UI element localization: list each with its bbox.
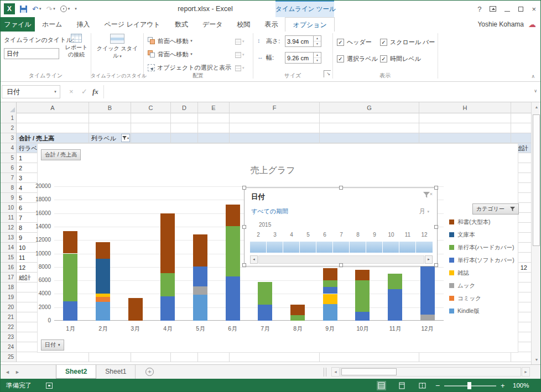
row-header[interactable]: 23	[1, 332, 17, 342]
show-checkbox[interactable]: ✓時間レベル	[380, 55, 421, 63]
selection-handle[interactable]	[434, 225, 438, 229]
legend-item[interactable]: 文庫本	[449, 228, 518, 241]
row-header[interactable]: 9	[1, 193, 17, 203]
insert-function-button[interactable]: fx	[92, 87, 98, 96]
contextual-tab-group-header[interactable]: タイムライン ツール	[275, 1, 334, 17]
chart-axis-field-button[interactable]: 日付 ▾	[41, 339, 64, 351]
sheet-nav-right-icon[interactable]: ►	[15, 365, 20, 379]
bar-segment[interactable]	[226, 226, 240, 276]
row-header[interactable]: 14	[1, 243, 17, 253]
customize-qat-button[interactable]: ▾	[75, 3, 77, 14]
report-connections-button[interactable]: レポートの接続	[63, 34, 90, 58]
pivot-row-label-cell[interactable]: 6	[19, 203, 22, 212]
bar-segment[interactable]	[323, 304, 337, 321]
pivot-row-label-cell[interactable]: 3	[19, 174, 22, 182]
tab-file[interactable]: ファイル	[1, 17, 35, 32]
bar-segment[interactable]	[258, 282, 272, 305]
timeline-selected-cell[interactable]	[416, 242, 433, 253]
legend-item[interactable]: ムック	[449, 279, 518, 292]
scroll-down-icon[interactable]: ▼	[532, 355, 541, 364]
width-input[interactable]	[285, 53, 313, 63]
macro-record-icon[interactable]	[46, 383, 53, 389]
zoom-slider-thumb[interactable]	[467, 382, 471, 389]
zoom-level-label[interactable]: 100%	[513, 379, 529, 392]
bar-segment[interactable]	[160, 296, 175, 321]
bring-forward-button[interactable]: 前面へ移動 ▾	[148, 35, 193, 47]
row-header[interactable]: 21	[1, 312, 17, 322]
bar-segment[interactable]	[193, 234, 207, 266]
row-header[interactable]: 20	[1, 302, 17, 312]
legend-item[interactable]: Kindle版	[449, 305, 518, 317]
timeline-selected-cell[interactable]	[316, 242, 333, 253]
sheet-nav-left-icon[interactable]: ◄	[5, 365, 10, 379]
undo-button[interactable]: ↶▾	[32, 3, 41, 14]
user-name[interactable]: Yoshie Kohama	[477, 20, 524, 28]
scroll-up-icon[interactable]: ▲	[532, 102, 541, 112]
bar-segment[interactable]	[96, 294, 110, 297]
bar-segment[interactable]	[388, 289, 402, 321]
row-header[interactable]: 15	[1, 253, 17, 263]
height-down-icon[interactable]: ▼	[314, 41, 321, 46]
normal-view-icon[interactable]	[377, 381, 386, 390]
row-header[interactable]: 25	[1, 352, 17, 362]
bar-segment[interactable]	[420, 315, 435, 321]
vertical-scroll-thumb[interactable]	[533, 114, 540, 246]
scroll-right-icon[interactable]: ►	[522, 367, 530, 377]
page-break-view-icon[interactable]	[418, 381, 427, 390]
bar-segment[interactable]	[160, 213, 175, 273]
row-header[interactable]: 10	[1, 203, 17, 213]
row-header[interactable]: 8	[1, 183, 17, 193]
bar-segment[interactable]	[226, 205, 240, 226]
pivot-row-label-cell[interactable]: 7	[19, 213, 22, 222]
bar-segment[interactable]	[388, 274, 402, 289]
selection-handle[interactable]	[339, 186, 343, 190]
bar-segment[interactable]	[96, 302, 110, 321]
legend-item[interactable]: 和書(大型本)	[449, 216, 518, 228]
save-button[interactable]	[20, 3, 27, 14]
row-header[interactable]: 11	[1, 213, 17, 223]
select-all-button[interactable]	[1, 102, 17, 113]
timeline-scroll-left-icon[interactable]: ◄	[250, 255, 258, 264]
checkbox-icon[interactable]: ✓	[337, 39, 344, 46]
height-input[interactable]	[285, 36, 313, 46]
bar-segment[interactable]	[96, 259, 110, 294]
bar-segment[interactable]	[128, 298, 143, 321]
timeline-selection-bar[interactable]	[250, 242, 433, 253]
send-backward-button[interactable]: 背面へ移動 ▾	[148, 48, 193, 60]
name-box[interactable]: 日付 ▾	[2, 85, 60, 98]
pivot-row-label-cell[interactable]: 8	[19, 223, 22, 232]
timeline-slicer[interactable]: 日付 × すべての期間 月 ▾ 2015 23456789101112 ◄ ►	[244, 187, 438, 266]
column-header[interactable]: F	[230, 102, 320, 113]
horizontal-scroll-thumb[interactable]	[341, 368, 397, 375]
legend-item[interactable]: 雑誌	[449, 266, 518, 279]
show-checkbox[interactable]: ✓スクロール バー	[380, 38, 435, 46]
excel-logo-icon[interactable]: X	[4, 3, 15, 14]
show-checkbox[interactable]: ✓選択ラベル	[337, 55, 378, 63]
timeline-caption-input[interactable]	[4, 48, 59, 59]
sheet-tab[interactable]: Sheet1	[96, 365, 136, 379]
bar-segment[interactable]	[290, 315, 305, 321]
checkbox-icon[interactable]: ✓	[380, 55, 387, 62]
timeline-scroll-right-icon[interactable]: ►	[425, 255, 433, 264]
bar-segment[interactable]	[323, 294, 337, 304]
redo-button[interactable]: ↷▾	[46, 3, 55, 14]
bar-segment[interactable]	[96, 242, 110, 259]
ribbon-tab[interactable]: 表示	[257, 17, 285, 32]
column-header[interactable]: B	[89, 102, 131, 113]
pivot-row-label-cell[interactable]: 4	[19, 184, 22, 192]
timeline-selected-cell[interactable]	[250, 242, 267, 253]
scroll-left-icon[interactable]: ◄	[331, 367, 340, 377]
bar-segment[interactable]	[96, 297, 110, 302]
tab-scrollbar-splitter[interactable]	[324, 368, 326, 377]
bar-segment[interactable]	[355, 312, 370, 321]
maximize-icon[interactable]	[518, 7, 523, 12]
selection-handle[interactable]	[339, 263, 343, 267]
collapse-ribbon-icon[interactable]: ∧	[531, 74, 535, 79]
bar-segment[interactable]	[323, 280, 337, 287]
bar-segment[interactable]	[193, 266, 207, 286]
selection-handle[interactable]	[242, 186, 246, 190]
help-button[interactable]: ?	[477, 6, 481, 13]
row-header[interactable]: 18	[1, 283, 17, 292]
bar-segment[interactable]	[63, 301, 77, 321]
bar-segment[interactable]	[355, 270, 370, 280]
